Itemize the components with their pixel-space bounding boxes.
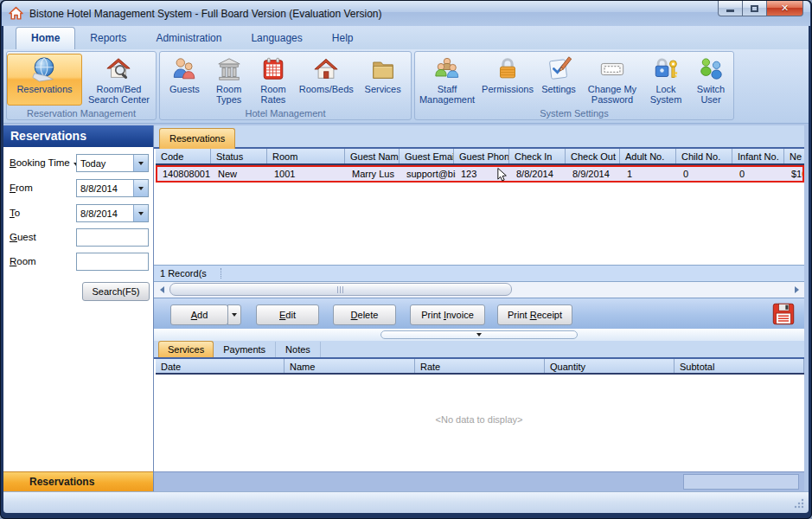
maximize-icon bbox=[751, 5, 758, 12]
status-cell bbox=[683, 474, 799, 490]
horizontal-scrollbar[interactable] bbox=[154, 282, 804, 298]
column-header-child-no[interactable]: Child No. bbox=[676, 149, 732, 163]
detail-table-header: DateNameRateQuantitySubtotal bbox=[156, 359, 804, 375]
scroll-right-button[interactable] bbox=[790, 283, 803, 297]
ribbon-item-settings[interactable]: Settings bbox=[536, 54, 581, 106]
column-header-infant-no[interactable]: Infant No. bbox=[732, 149, 784, 163]
column-header-guest-phone[interactable]: Guest Phone bbox=[454, 149, 509, 163]
ribbon-item-label: Settings bbox=[541, 84, 576, 94]
detail-column-header-quantity[interactable]: Quantity bbox=[545, 359, 675, 373]
column-header-guest-email[interactable]: Guest Email bbox=[400, 149, 454, 163]
ribbon-item-guests[interactable]: Guests bbox=[164, 54, 204, 106]
sidebar-nav-reservations[interactable]: Reservations bbox=[3, 471, 153, 491]
folder-icon bbox=[370, 56, 396, 82]
ribbon-item-services[interactable]: Services bbox=[360, 54, 406, 106]
ribbon-item-label: Guests bbox=[169, 84, 200, 94]
ribbon-item-change-my-password[interactable]: Change My Password bbox=[581, 54, 643, 106]
detail-tab-payments[interactable]: Payments bbox=[214, 342, 276, 357]
note-check-pencil-icon bbox=[546, 56, 572, 82]
column-header-check-in[interactable]: Check In bbox=[509, 149, 566, 163]
maximize-button[interactable] bbox=[743, 1, 767, 16]
ribbon-item-switch-user[interactable]: Switch User bbox=[688, 54, 733, 106]
switch-user-icon bbox=[698, 56, 724, 82]
ribbon-item-staff-management[interactable]: Staff Management bbox=[415, 54, 479, 106]
ribbon-item-label: Rooms/Beds bbox=[299, 84, 354, 94]
scrollbar-thumb[interactable] bbox=[169, 283, 512, 296]
field-room[interactable] bbox=[76, 253, 149, 271]
menu-tab-administration[interactable]: Administration bbox=[141, 28, 236, 49]
action-print-invoice-button[interactable]: Print Invoice bbox=[410, 304, 485, 325]
detail-tab-services[interactable]: Services bbox=[158, 341, 214, 357]
column-header-code[interactable]: Code bbox=[156, 149, 211, 163]
field-booking-time[interactable]: Today bbox=[76, 154, 149, 172]
staff-group-icon bbox=[434, 56, 460, 82]
reservation-row-selected[interactable]: 140808001New1001Marry Lussupport@bis1238… bbox=[156, 165, 804, 183]
menu-tab-help[interactable]: Help bbox=[317, 28, 368, 49]
column-header-adult-no[interactable]: Adult No. bbox=[620, 149, 676, 163]
field-from[interactable]: 8/8/2014 bbox=[76, 179, 149, 197]
minimize-button[interactable] bbox=[718, 1, 743, 16]
ribbon-item-room-bed-search-center[interactable]: Room/Bed Search Center bbox=[82, 54, 156, 106]
main-panel: Reservations CodeStatusRoomGuest NameGue… bbox=[154, 125, 804, 491]
field-to[interactable]: 8/8/2014 bbox=[76, 204, 149, 222]
ribbon-item-label: Room/Bed Search Center bbox=[83, 84, 155, 105]
column-header-guest-name[interactable]: Guest Name bbox=[345, 149, 400, 163]
ribbon-item-rooms-beds[interactable]: Rooms/Beds bbox=[297, 54, 355, 106]
detail-tab-strip: ServicesPaymentsNotes bbox=[154, 341, 804, 359]
field-guest[interactable] bbox=[76, 228, 149, 247]
chevron-down-icon bbox=[138, 162, 144, 165]
booking-time-dropdown-button[interactable] bbox=[133, 155, 148, 171]
column-header-check-out[interactable]: Check Out bbox=[566, 149, 620, 163]
menu-tab-reports[interactable]: Reports bbox=[75, 28, 141, 49]
ribbon-group-label: Hotel Management bbox=[160, 108, 411, 119]
column-header-room[interactable]: Room bbox=[267, 149, 345, 163]
scroll-left-button[interactable] bbox=[155, 283, 169, 297]
field-label-to: To bbox=[10, 208, 20, 218]
ribbon-item-label: Reservations bbox=[16, 84, 72, 94]
sidebar-panel: Reservations Search(F5) Reservations Boo… bbox=[3, 125, 154, 491]
cell-guest-email: support@bis bbox=[401, 167, 456, 181]
menu-tab-home[interactable]: Home bbox=[16, 27, 75, 49]
column-header-ne[interactable]: Ne bbox=[784, 149, 804, 163]
to-dropdown-button[interactable] bbox=[133, 205, 148, 221]
detail-column-header-subtotal[interactable]: Subtotal bbox=[675, 359, 804, 373]
detail-column-header-date[interactable]: Date bbox=[156, 359, 285, 373]
tab-reservations[interactable]: Reservations bbox=[159, 128, 235, 149]
house-search-icon bbox=[105, 56, 131, 82]
action-edit-button[interactable]: Edit bbox=[256, 304, 319, 325]
column-header-status[interactable]: Status bbox=[211, 149, 267, 163]
ribbon-item-label: Lock System bbox=[644, 84, 687, 105]
chevron-down-icon bbox=[232, 313, 237, 317]
ribbon-item-reservations[interactable]: Reservations bbox=[7, 54, 82, 106]
cell-check-out: 8/9/2014 bbox=[567, 167, 622, 181]
save-floppy-icon[interactable] bbox=[770, 301, 796, 327]
ribbon-item-room-types[interactable]: Room Types bbox=[209, 54, 249, 106]
close-button[interactable]: ✕ bbox=[767, 1, 803, 16]
chevron-down-icon bbox=[476, 333, 482, 336]
ribbon-item-label: Change My Password bbox=[582, 84, 643, 105]
menu-tab-languages[interactable]: Languages bbox=[236, 28, 316, 49]
resize-grip[interactable] bbox=[793, 497, 805, 509]
action-add-button[interactable]: Add bbox=[170, 304, 228, 325]
field-value: Today bbox=[77, 158, 133, 169]
cell-adult-no: 1 bbox=[622, 167, 678, 181]
ribbon-group-system-settings: Staff ManagementPermissionsSettingsChang… bbox=[414, 51, 734, 120]
detail-column-header-name[interactable]: Name bbox=[285, 359, 415, 373]
splitter-handle[interactable] bbox=[380, 330, 578, 339]
ribbon-item-permissions[interactable]: Permissions bbox=[479, 54, 536, 106]
search-button[interactable]: Search(F5) bbox=[82, 282, 150, 301]
window-controls: ✕ bbox=[718, 1, 803, 16]
document-tab-strip: Reservations bbox=[154, 125, 804, 149]
add-dropdown-button[interactable] bbox=[227, 304, 241, 325]
ribbon-item-label: Staff Management bbox=[416, 84, 478, 105]
ribbon-item-lock-system[interactable]: Lock System bbox=[643, 54, 688, 106]
app-home-icon bbox=[9, 6, 23, 21]
detail-tab-notes[interactable]: Notes bbox=[276, 342, 321, 357]
action-print-receipt-button[interactable]: Print Receipt bbox=[497, 304, 572, 325]
status-bar bbox=[3, 491, 809, 513]
from-dropdown-button[interactable] bbox=[133, 180, 148, 196]
record-count-bar: 1 Record(s bbox=[154, 265, 804, 282]
action-delete-button[interactable]: Delete bbox=[333, 304, 396, 325]
detail-column-header-rate[interactable]: Rate bbox=[415, 359, 545, 373]
ribbon-item-room-rates[interactable]: Room Rates bbox=[253, 54, 293, 106]
